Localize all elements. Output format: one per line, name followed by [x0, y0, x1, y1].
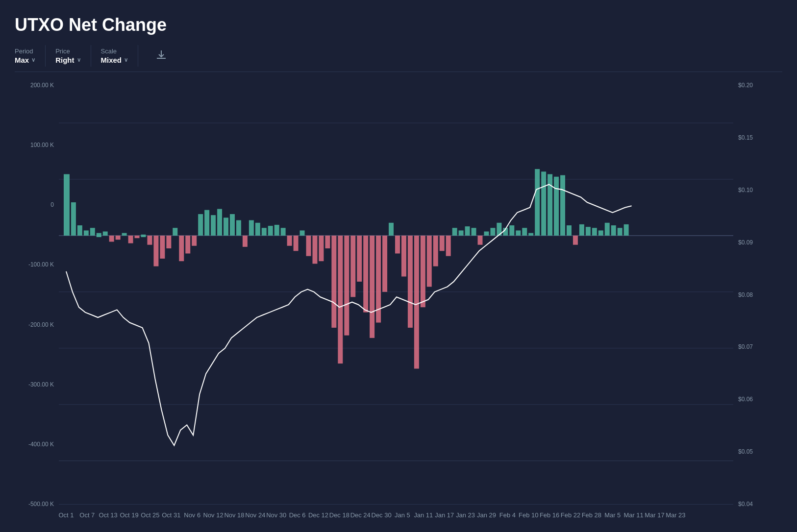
svg-rect-81: [522, 228, 527, 236]
svg-text:Mar 11: Mar 11: [623, 511, 643, 518]
svg-rect-21: [141, 235, 146, 237]
svg-rect-83: [535, 169, 540, 236]
controls-bar: Period Max ∨ Price Right ∨ Scale Mixed ∨: [15, 45, 782, 72]
svg-rect-41: [268, 226, 273, 236]
svg-rect-45: [294, 236, 299, 251]
svg-rect-39: [255, 223, 260, 236]
svg-text:Dec 18: Dec 18: [329, 511, 349, 518]
svg-text:Jan 29: Jan 29: [477, 511, 496, 518]
price-label: Price: [55, 48, 80, 55]
svg-rect-34: [224, 218, 228, 236]
svg-text:Mar 17: Mar 17: [645, 511, 664, 518]
svg-rect-44: [287, 236, 292, 246]
svg-rect-20: [135, 236, 140, 238]
svg-rect-18: [122, 233, 127, 236]
svg-text:Nov 12: Nov 12: [203, 511, 224, 518]
svg-rect-11: [77, 225, 82, 236]
svg-text:Nov 18: Nov 18: [224, 511, 244, 518]
svg-text:Feb 28: Feb 28: [582, 511, 601, 518]
svg-rect-72: [465, 226, 470, 236]
svg-rect-85: [548, 174, 552, 236]
svg-rect-16: [109, 236, 114, 242]
download-button[interactable]: [148, 47, 174, 66]
svg-rect-54: [350, 236, 355, 297]
svg-rect-24: [160, 236, 165, 259]
svg-rect-87: [560, 175, 565, 236]
y-axis-right: $0.20 $0.15 $0.10 $0.09 $0.08 $0.07 $0.0…: [733, 77, 782, 522]
svg-text:Oct 19: Oct 19: [120, 511, 139, 518]
svg-rect-17: [116, 236, 121, 240]
scale-value[interactable]: Mixed ∨: [101, 56, 128, 64]
svg-rect-70: [452, 228, 457, 236]
svg-rect-47: [306, 236, 311, 256]
price-control[interactable]: Price Right ∨: [55, 45, 91, 67]
svg-text:Nov 30: Nov 30: [266, 511, 286, 518]
svg-rect-43: [281, 228, 286, 236]
svg-rect-82: [528, 233, 533, 236]
page-title: UTXO Net Change: [15, 15, 782, 35]
svg-rect-52: [338, 236, 343, 363]
svg-rect-12: [84, 230, 89, 235]
svg-rect-92: [592, 228, 597, 236]
svg-rect-50: [325, 236, 330, 248]
svg-rect-27: [179, 236, 184, 261]
svg-rect-55: [357, 236, 362, 282]
svg-rect-96: [618, 228, 623, 236]
svg-rect-19: [128, 236, 133, 243]
period-value[interactable]: Max ∨: [15, 56, 35, 64]
svg-rect-31: [204, 210, 209, 236]
svg-rect-76: [490, 228, 495, 236]
svg-rect-35: [230, 214, 235, 236]
svg-text:Jan 11: Jan 11: [414, 511, 433, 518]
svg-rect-36: [236, 220, 241, 236]
svg-rect-48: [312, 236, 317, 264]
svg-rect-23: [153, 236, 158, 266]
svg-rect-25: [166, 236, 171, 248]
svg-rect-62: [401, 236, 406, 277]
svg-text:Oct 31: Oct 31: [162, 511, 180, 518]
svg-rect-79: [509, 225, 514, 236]
svg-text:Dec 6: Dec 6: [289, 511, 306, 518]
svg-rect-73: [472, 228, 476, 236]
svg-rect-75: [484, 232, 489, 236]
svg-text:Dec 30: Dec 30: [372, 511, 392, 518]
period-control[interactable]: Period Max ∨: [15, 45, 46, 67]
price-value[interactable]: Right ∨: [55, 56, 80, 64]
svg-rect-91: [586, 227, 591, 236]
svg-text:Feb 4: Feb 4: [499, 511, 516, 518]
svg-rect-88: [567, 225, 572, 236]
svg-rect-90: [579, 224, 584, 236]
svg-rect-32: [211, 215, 216, 236]
scale-label: Scale: [101, 48, 128, 55]
svg-rect-86: [554, 177, 559, 236]
svg-rect-63: [408, 236, 413, 328]
svg-text:Jan 5: Jan 5: [395, 511, 410, 518]
svg-text:Dec 24: Dec 24: [350, 511, 371, 518]
scale-control[interactable]: Scale Mixed ∨: [101, 45, 139, 67]
svg-rect-49: [319, 236, 324, 261]
svg-rect-93: [598, 230, 603, 235]
svg-rect-89: [573, 236, 578, 245]
y-axis-left: 200.00 K 100.00 K 0 -100.00 K -200.00 K …: [15, 77, 59, 522]
chart-area: Oct 1 Oct 7 Oct 13 Oct 19 Oct 25 Oct 31 …: [59, 77, 733, 522]
svg-text:Feb 16: Feb 16: [540, 511, 559, 518]
svg-rect-64: [414, 236, 419, 369]
svg-rect-9: [64, 174, 70, 236]
svg-rect-51: [331, 236, 336, 328]
svg-text:Oct 7: Oct 7: [79, 511, 95, 518]
svg-rect-29: [192, 236, 197, 246]
svg-rect-60: [389, 223, 394, 236]
svg-rect-57: [370, 236, 374, 338]
svg-rect-42: [274, 225, 279, 236]
svg-rect-46: [300, 230, 305, 235]
svg-rect-22: [147, 236, 152, 245]
svg-rect-97: [624, 224, 629, 236]
svg-rect-69: [446, 236, 451, 256]
price-chevron: ∨: [77, 57, 81, 63]
svg-text:Feb 22: Feb 22: [561, 511, 580, 518]
svg-rect-38: [249, 220, 254, 236]
svg-rect-40: [262, 228, 267, 236]
svg-rect-59: [382, 236, 387, 292]
svg-rect-26: [173, 228, 177, 236]
svg-text:Oct 1: Oct 1: [59, 511, 74, 518]
